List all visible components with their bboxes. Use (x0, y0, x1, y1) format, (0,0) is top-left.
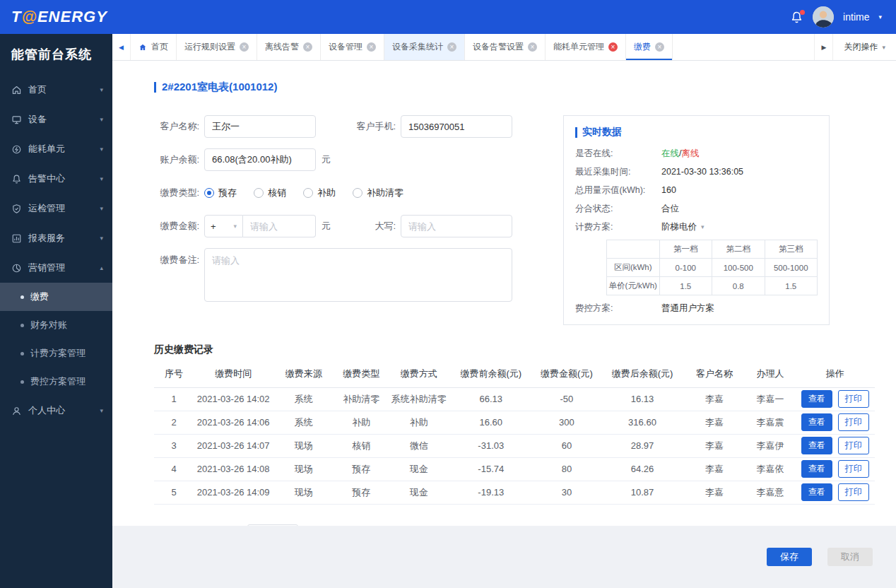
history-cell: 66.13 (449, 387, 532, 411)
sidebar-item-device[interactable]: 设备▾ (0, 105, 112, 134)
history-row: 22021-03-26 14:06系统补助补助16.60300316.60李嘉李… (154, 411, 875, 434)
history-cell: 2021-03-26 14:08 (194, 457, 273, 481)
tier-cell: 500-1000 (765, 259, 818, 277)
view-button[interactable]: 查看 (801, 460, 832, 478)
tab-device-alarm-settings[interactable]: 设备告警设置× (465, 34, 546, 60)
sidebar-item-inspection-management[interactable]: 运检管理▾ (0, 194, 112, 223)
form-row: 缴费备注: (154, 248, 512, 302)
app-title: 能管前台系统 (0, 34, 112, 75)
customer-name-input[interactable] (204, 115, 316, 138)
sidebar-item-label: 设备 (28, 113, 93, 126)
tier-cell: 0-100 (659, 259, 712, 277)
tab-close-icon[interactable]: × (240, 42, 249, 52)
tabbar: ◀ 首页运行规则设置×离线告警×设备管理×设备采集统计×设备告警设置×能耗单元管… (112, 34, 896, 61)
billing-plan-select[interactable]: 阶梯电价 ▾ (661, 221, 705, 233)
history-header-cell: 序号 (154, 360, 194, 387)
tab-device-collection-stats[interactable]: 设备采集统计× (384, 34, 465, 60)
tab-close-icon[interactable]: × (303, 42, 312, 52)
history-cell: 现场 (273, 457, 334, 481)
history-title: 历史缴费记录 (154, 343, 875, 356)
print-button[interactable]: 打印 (838, 437, 869, 454)
uppercase-amount-input[interactable] (401, 215, 512, 237)
sidebar-subitem-finance-reconciliation[interactable]: 财务对账 (0, 311, 112, 339)
pay-type-label: 缴费类型: (154, 187, 204, 199)
tab-payment[interactable]: 缴费× (626, 34, 673, 60)
notification-bell-icon[interactable] (790, 11, 803, 24)
chevron-down-icon: ▾ (100, 86, 103, 93)
sidebar-item-marketing-management[interactable]: 营销管理▴ (0, 253, 112, 283)
amount-sign-select[interactable]: + ▾ (204, 215, 243, 237)
sidebar-item-personal-center[interactable]: 个人中心▾ (0, 396, 112, 425)
fee-control-label: 费控方案: (575, 302, 661, 314)
tab-close-icon[interactable]: × (447, 42, 456, 52)
chevron-down-icon: ▾ (100, 146, 103, 153)
online-status-label: 是否在线: (575, 148, 661, 160)
tab-close-icon[interactable]: × (608, 42, 618, 52)
view-button[interactable]: 查看 (801, 390, 832, 408)
history-header-cell: 操作 (796, 360, 875, 387)
sidebar-subitem-payment[interactable]: 缴费 (0, 283, 112, 311)
avatar[interactable] (813, 6, 834, 28)
sidebar-subitem-label: 计费方案管理 (30, 347, 86, 360)
tabs-scroll-right-icon[interactable]: ▶ (814, 34, 832, 60)
print-button[interactable]: 打印 (838, 483, 869, 501)
history-cell: 28.97 (601, 434, 683, 457)
realtime-label: 分合状态: (575, 203, 661, 215)
tab-close-icon[interactable]: × (367, 42, 376, 52)
realtime-panel: 实时数据 是否在线: 在线/离线 最近采集时间:2021-03-30 13:36… (563, 115, 830, 325)
pay-type-radio-prepay[interactable]: 预存 (204, 187, 237, 199)
view-button[interactable]: 查看 (801, 483, 832, 501)
tab-device-management[interactable]: 设备管理× (321, 34, 384, 60)
history-cell: -19.13 (449, 481, 532, 504)
tab-home[interactable]: 首页 (131, 34, 177, 60)
print-button[interactable]: 打印 (838, 413, 869, 431)
tab-offline-alarm[interactable]: 离线告警× (257, 34, 321, 60)
tabs-scroll-left-icon[interactable]: ◀ (112, 34, 131, 60)
sidebar-item-alarm-center[interactable]: 告警中心▾ (0, 164, 112, 194)
history-cell: 李嘉意 (745, 481, 795, 504)
history-cell: 2021-03-26 14:06 (194, 411, 273, 434)
billing-plan-row: 计费方案: 阶梯电价 ▾ (575, 221, 818, 233)
bullet-dot (20, 352, 24, 355)
radio-label: 核销 (268, 187, 286, 199)
pay-amount-input[interactable] (243, 215, 316, 237)
customer-name-label: 客户名称: (154, 120, 204, 133)
tab-close-icon[interactable]: × (655, 42, 664, 52)
sidebar-item-energy-unit[interactable]: 能耗单元▾ (0, 134, 112, 164)
sidebar-item-report-service[interactable]: 报表服务▾ (0, 223, 112, 253)
view-button[interactable]: 查看 (801, 413, 832, 431)
tab-run-rule-settings[interactable]: 运行规则设置× (177, 34, 257, 60)
pay-type-radio-writeoff[interactable]: 核销 (254, 187, 286, 199)
print-button[interactable]: 打印 (838, 460, 869, 478)
user-menu-caret-icon[interactable]: ▾ (878, 13, 882, 20)
history-cell: 1 (154, 387, 194, 411)
print-button[interactable]: 打印 (838, 390, 869, 408)
energy-unit-icon (11, 144, 22, 155)
pay-remark-textarea[interactable] (204, 248, 512, 302)
close-actions-dropdown[interactable]: 关闭操作 ▾ (832, 34, 896, 60)
topbar-right: intime ▾ (790, 6, 882, 28)
sidebar-subitem-billing-plan-management[interactable]: 计费方案管理 (0, 339, 112, 368)
save-button[interactable]: 保存 (767, 548, 812, 566)
sidebar-subitem-label: 财务对账 (30, 319, 67, 331)
history-cell: 4 (154, 457, 194, 481)
customer-phone-input[interactable] (401, 115, 512, 138)
sidebar-item-home[interactable]: 首页▾ (0, 75, 112, 105)
tab-close-icon[interactable]: × (528, 42, 537, 52)
topbar: T@ENERGY intime ▾ (0, 0, 896, 34)
view-button[interactable]: 查看 (801, 437, 832, 454)
history-cell: 30 (532, 481, 601, 504)
sidebar-subitem-fee-control-plan-management[interactable]: 费控方案管理 (0, 368, 112, 396)
pay-type-radio-subsidy[interactable]: 补助 (303, 187, 336, 199)
pay-type-radio-subsidy-clear[interactable]: 补助清零 (353, 187, 403, 199)
account-balance-input[interactable] (204, 148, 316, 171)
tab-label: 设备管理 (329, 41, 362, 53)
tier-header-cell: 第三档 (765, 240, 818, 259)
sidebar-item-label: 能耗单元 (28, 143, 93, 155)
chevron-up-icon: ▴ (100, 264, 103, 271)
realtime-value: 2021-03-30 13:36:05 (661, 166, 743, 178)
cancel-button[interactable]: 取消 (827, 548, 873, 566)
form-row: 缴费类型: 预存核销补助补助清零 (154, 182, 512, 204)
tab-energy-unit-management[interactable]: 能耗单元管理× (546, 34, 626, 60)
pay-type-radio-group: 预存核销补助补助清零 (204, 187, 512, 199)
